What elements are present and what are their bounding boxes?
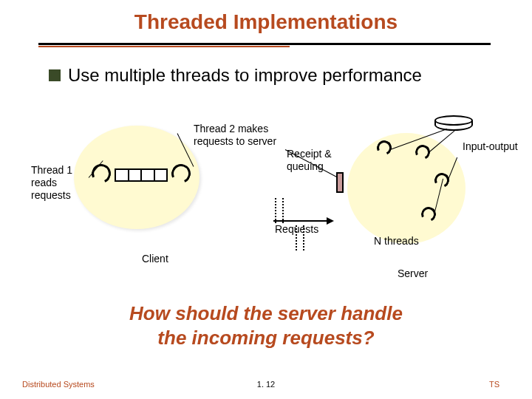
bullet-row: Use multiple threads to improve performa…	[49, 65, 422, 86]
label-nthreads: N threads	[374, 235, 419, 248]
label-thread2: Thread 2 makes requests to server	[194, 123, 276, 148]
label-server: Server	[398, 267, 428, 280]
dotted-line	[275, 198, 276, 223]
label-requests: Requests	[275, 223, 318, 236]
label-thread1: Thread 1 reads requests	[31, 164, 72, 201]
label-receipt: Receipt & queuing	[287, 148, 332, 173]
dotted-line	[282, 198, 284, 223]
slide-title: Threaded Implementations	[0, 0, 532, 34]
label-client: Client	[142, 253, 168, 265]
client-queue	[115, 168, 168, 182]
bullet-icon	[49, 69, 61, 81]
title-underline	[38, 43, 491, 45]
requests-arrow-icon	[273, 220, 332, 222]
bullet-text: Use multiple threads to improve performa…	[68, 65, 422, 86]
footer-right: TS	[489, 380, 499, 389]
label-io: Input-output	[463, 140, 518, 153]
diagram: Thread 1 reads requests Thread 2 makes r…	[0, 103, 532, 273]
server-queue	[336, 172, 344, 193]
question-text: How should the server handle the incomin…	[0, 301, 532, 349]
server-oval	[347, 133, 466, 244]
footer-page-number: 1. 12	[0, 380, 532, 389]
title-underline-accent	[38, 46, 290, 47]
